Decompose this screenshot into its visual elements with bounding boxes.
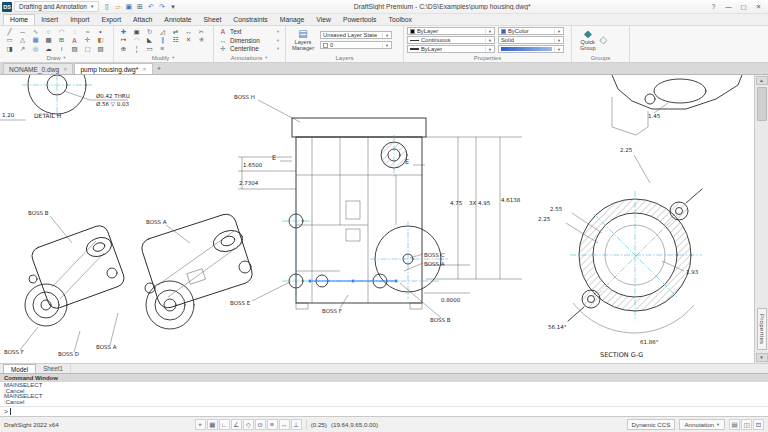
line-weight-dropdown[interactable]: ByLayer▼: [407, 45, 495, 53]
modify-chamfer-icon[interactable]: ◣: [143, 36, 156, 45]
command-history[interactable]: MAINSELECT:CancelMAINSELECT:Cancel: [0, 382, 768, 406]
drawing-canvas[interactable]: Ø0.42 THRUØ.56 ▽ 0.03DETAIL H1.20BOSS HE…: [0, 75, 754, 363]
active-layer-dropdown[interactable]: 0▼: [320, 41, 392, 49]
menu-tab-annotate[interactable]: Annotate: [158, 15, 197, 25]
scrollbar-thumb[interactable]: [757, 87, 767, 121]
gradient-dropdown[interactable]: ▼: [498, 45, 564, 53]
menu-tab-attach[interactable]: Attach: [127, 15, 158, 25]
menu-tab-home[interactable]: Home: [3, 14, 35, 25]
close-button[interactable]: ✕: [751, 1, 766, 12]
draw-ellipse-icon[interactable]: ◌: [68, 27, 81, 36]
annotations-group-label[interactable]: Annotations▼: [217, 53, 282, 62]
modify-explode-icon[interactable]: ✳: [195, 36, 208, 45]
draw-cloud-icon[interactable]: ☁: [42, 44, 55, 53]
dynamic-ccs-button[interactable]: Dynamic CCS: [627, 419, 676, 430]
modify-scale-icon[interactable]: ◿: [156, 27, 169, 36]
draw-ray-icon[interactable]: ↗: [16, 44, 29, 53]
modify-join-icon[interactable]: ⊕: [117, 44, 130, 53]
modify-trim-icon[interactable]: ✂: [195, 27, 208, 36]
scroll-up-button[interactable]: ▲: [756, 76, 768, 85]
draw-point-icon[interactable]: •: [94, 27, 107, 36]
modify-fillet-icon[interactable]: ◠: [130, 36, 143, 45]
qa-undo-icon[interactable]: ↶: [145, 1, 156, 12]
annotation-scale-dropdown[interactable]: Annotation▼: [679, 419, 725, 430]
qa-save-icon[interactable]: ▣: [123, 1, 134, 12]
sheet-tab-model[interactable]: Model: [3, 364, 36, 373]
status-annotation-monitor-button[interactable]: ▤: [729, 419, 740, 430]
new-document-tab-button[interactable]: +: [154, 63, 165, 74]
modify-group-label[interactable]: Modify▼: [117, 53, 210, 62]
status-snap-toggle[interactable]: ⌖: [195, 419, 206, 430]
layers-manager-button[interactable]: ▤ LayersManager: [289, 29, 317, 51]
layers-group-label[interactable]: Layers: [289, 53, 400, 62]
annotation-centerline-button[interactable]: ✛Centerline▼: [217, 44, 282, 53]
draw-text-icon[interactable]: A: [68, 36, 81, 45]
status-dynamic-input-toggle[interactable]: ↔: [279, 419, 290, 430]
line-color-dropdown[interactable]: ByLayer▼: [407, 27, 495, 35]
status-etrack-toggle[interactable]: ⊙: [255, 419, 266, 430]
modify-edit-polyline-icon[interactable]: ▭: [143, 44, 156, 53]
sheet-tab-sheet1[interactable]: Sheet1: [36, 364, 71, 373]
draw-centerline-icon[interactable]: ✛: [81, 36, 94, 45]
properties-palette-tab[interactable]: Properties: [757, 308, 767, 350]
draw-arc-icon[interactable]: ◠: [55, 27, 68, 36]
draw-table-icon[interactable]: ⊞: [55, 36, 68, 45]
annotation-text-button[interactable]: AText▼: [217, 27, 282, 36]
qa-open-icon[interactable]: ▱: [112, 1, 123, 12]
draw-sketch-icon[interactable]: ≀: [55, 44, 68, 53]
modify-rotate-icon[interactable]: ↻: [143, 27, 156, 36]
modify-break-icon[interactable]: ¦: [130, 44, 143, 53]
help-button[interactable]: ?: [706, 1, 721, 12]
draw-line-icon[interactable]: ╱: [3, 27, 16, 36]
status-units-toggle[interactable]: ⊥: [291, 419, 302, 430]
groups-group-label[interactable]: Groups: [575, 53, 626, 62]
edit-group-button[interactable]: ◇: [600, 35, 608, 45]
status-polar-toggle[interactable]: ∠: [231, 419, 242, 430]
draw-wipeout-icon[interactable]: ▧: [94, 44, 107, 53]
document-tab-1[interactable]: NONAME_0.dwg✕: [3, 63, 73, 74]
modify-stretch-icon[interactable]: ↔: [182, 27, 195, 36]
qa-more-icon[interactable]: ▾: [167, 1, 178, 12]
close-icon[interactable]: ✕: [142, 66, 146, 72]
menu-tab-insert[interactable]: Insert: [35, 15, 64, 25]
status-workspace-switch-button[interactable]: ◫: [741, 419, 752, 430]
modify-erase-icon[interactable]: ✕: [182, 36, 195, 45]
menu-tab-view[interactable]: View: [310, 15, 337, 25]
modify-extend-icon[interactable]: ↦: [117, 36, 130, 45]
status-fullscreen-button[interactable]: ⊡: [753, 419, 764, 430]
workspace-dropdown[interactable]: Drafting and Annotation ▼: [14, 1, 99, 12]
menu-tab-constraints[interactable]: Constraints: [227, 15, 273, 25]
status-esnap-toggle[interactable]: ◇: [243, 419, 254, 430]
menu-tab-export[interactable]: Export: [95, 15, 127, 25]
status-ortho-toggle[interactable]: ∟: [219, 419, 230, 430]
qa-redo-icon[interactable]: ↷: [156, 1, 167, 12]
modify-mirror-icon[interactable]: ⇄: [169, 27, 182, 36]
draw-polyline-icon[interactable]: ∿: [29, 27, 42, 36]
line-style-dropdown[interactable]: Continuous▼: [407, 36, 495, 44]
minimize-button[interactable]: —: [721, 1, 736, 12]
draw-block-icon[interactable]: ◧: [94, 36, 107, 45]
menu-tab-powertools[interactable]: Powertools: [337, 15, 383, 25]
status-lineweight-toggle[interactable]: ≡: [267, 419, 278, 430]
document-tab-2[interactable]: pump housing.dwg*✕: [74, 63, 152, 74]
draw-rectangle-icon[interactable]: ▭: [3, 36, 16, 45]
modify-offset-icon[interactable]: ∥: [156, 36, 169, 45]
modify-pattern-icon[interactable]: ☷: [169, 36, 182, 45]
menu-tab-toolbox[interactable]: Toolbox: [383, 15, 418, 25]
modify-copy-icon[interactable]: ▣: [130, 27, 143, 36]
menu-tab-import[interactable]: Import: [64, 15, 95, 25]
draw-region-icon[interactable]: ▩: [42, 36, 55, 45]
command-window-header[interactable]: Command Window: [0, 373, 768, 382]
status-grid-toggle[interactable]: ▦: [207, 419, 218, 430]
draw-hatch-icon[interactable]: ▦: [29, 36, 42, 45]
draw-spline-icon[interactable]: ≈: [81, 27, 94, 36]
menu-tab-sheet[interactable]: Sheet: [198, 15, 228, 25]
qa-new-icon[interactable]: ▯: [101, 1, 112, 12]
draw-circle-icon[interactable]: ○: [42, 27, 55, 36]
draw-mask-icon[interactable]: ▨: [68, 44, 81, 53]
qa-print-icon[interactable]: ⊞: [134, 1, 145, 12]
draw-ring-icon[interactable]: ◎: [29, 44, 42, 53]
modify-properties-painter-icon[interactable]: ≡: [156, 44, 169, 53]
quick-group-button[interactable]: ◆ QuickGroup: [580, 29, 596, 51]
layer-state-dropdown[interactable]: Unsaved Layer State▼: [320, 31, 392, 39]
